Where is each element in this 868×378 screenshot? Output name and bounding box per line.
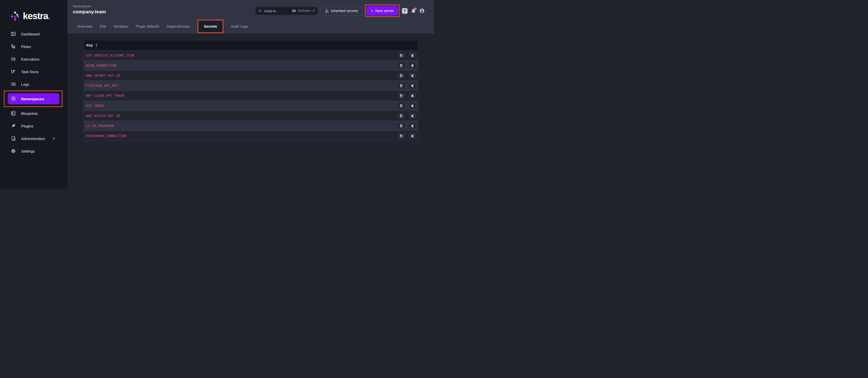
question-mark-icon: ? [404, 9, 406, 13]
sidebar-item-label: Plugins [21, 124, 33, 128]
trash-icon [411, 74, 414, 78]
secret-key: FIVETRAN_API_KEY [86, 84, 398, 87]
row-actions [398, 103, 416, 109]
table-row: DBT_CLOUD_API_TOKEN [84, 90, 418, 100]
kestra-app: kestra. Dashboard Flows Executions Task … [0, 0, 434, 189]
title-block: Namespaces company.team [73, 4, 106, 14]
executions-icon [10, 56, 16, 62]
row-actions [398, 113, 416, 119]
delete-secret-button[interactable] [409, 53, 416, 58]
kestra-logo-icon [10, 11, 20, 21]
table-header-row: Key [84, 40, 418, 50]
delete-secret-button[interactable] [409, 133, 416, 139]
sidebar-item-administration[interactable]: Administration [0, 132, 67, 145]
table-row: GCP_SERVICE_ACCOUNT_JSON [84, 50, 418, 60]
annotation-box-secrets-tab: Secrets [197, 20, 223, 33]
edit-secret-button[interactable] [398, 53, 405, 58]
table-row: AWS_ACCESS_KEY_ID [84, 111, 418, 121]
edit-secret-button[interactable] [398, 113, 405, 119]
sidebar-item-dashboard[interactable]: Dashboard [0, 28, 67, 40]
delete-secret-button[interactable] [409, 72, 416, 79]
new-secret-button[interactable]: + New secret [366, 6, 398, 16]
delete-secret-button[interactable] [409, 113, 416, 119]
file-edit-icon [400, 64, 403, 67]
trash-icon [411, 54, 414, 57]
main-area: Namespaces company.team Jump to... Ctrl/… [67, 0, 434, 189]
sidebar-item-label: Administration [21, 137, 45, 141]
flows-icon [10, 44, 16, 49]
settings-gear-icon [10, 148, 16, 154]
file-edit-icon [400, 94, 403, 97]
plugins-icon [10, 123, 16, 129]
plus-icon: + [371, 9, 373, 13]
table-row: EVENTHUBS_CONNECTION [84, 131, 418, 141]
tab-overview[interactable]: Overview [78, 24, 92, 28]
delete-secret-button[interactable] [409, 123, 416, 129]
edit-secret-button[interactable] [398, 72, 405, 79]
delete-secret-button[interactable] [409, 83, 416, 88]
inherited-secrets-button[interactable]: Inherited secrets [320, 6, 362, 15]
edit-secret-button[interactable] [398, 103, 405, 109]
sidebar-item-label: Logs [21, 82, 29, 86]
edit-secret-button[interactable] [398, 93, 405, 98]
sidebar-item-task-runs[interactable]: Task Runs [0, 65, 67, 78]
trash-icon [411, 134, 414, 138]
sidebar-item-flows[interactable]: Flows [0, 40, 67, 53]
row-actions [398, 72, 416, 79]
sidebar-item-plugins[interactable]: Plugins [0, 120, 67, 132]
search-icon [258, 9, 262, 12]
kestra-logo[interactable]: kestra. [0, 0, 67, 21]
key-column-header: Key [86, 43, 93, 47]
sidebar-item-label: Settings [21, 149, 35, 153]
sidebar-item-label: Task Runs [21, 69, 39, 74]
tab-dependencies[interactable]: Dependencies [167, 24, 190, 28]
keyboard-icon [292, 9, 296, 13]
breadcrumb: Namespaces [73, 4, 106, 8]
sidebar-item-logs[interactable]: Logs [0, 78, 67, 90]
kestra-logo-text: kestra. [23, 11, 50, 21]
edit-secret-button[interactable] [398, 123, 405, 129]
notification-badge [414, 7, 417, 10]
table-row: GCP_CREDS [84, 100, 418, 111]
namespace-tabs: Overview Edit Variables Plugin defaults … [67, 19, 434, 33]
sidebar-item-label: Executions [21, 57, 39, 61]
sort-icon[interactable] [95, 43, 98, 47]
secret-key: CI_CD_PASSWORD [86, 124, 398, 128]
sidebar-item-executions[interactable]: Executions [0, 53, 67, 65]
blueprints-icon [10, 111, 16, 116]
secret-key: AWS_SECRET_KEY_ID [86, 74, 398, 78]
edit-secret-button[interactable] [398, 83, 405, 88]
file-edit-icon [400, 74, 403, 78]
tab-plugin-defaults[interactable]: Plugin defaults [135, 24, 159, 28]
sidebar-item-namespaces[interactable]: Namespaces [8, 93, 59, 104]
chevron-right-icon [52, 136, 56, 141]
tab-variables[interactable]: Variables [113, 24, 128, 28]
sidebar-item-settings[interactable]: Settings [0, 145, 67, 157]
annotation-box-namespaces: Namespaces [4, 90, 63, 107]
tab-audit-logs[interactable]: Audit Logs [231, 24, 248, 28]
account-button[interactable] [419, 8, 425, 13]
sidebar: kestra. Dashboard Flows Executions Task … [0, 0, 67, 189]
page-title: company.team [73, 9, 106, 14]
delete-secret-button[interactable] [409, 63, 416, 68]
search-placeholder: Jump to... [264, 9, 278, 13]
secrets-table: Key GCP_SERVICE_ACCOUNT_JSON BLOB_CONNEC… [84, 40, 418, 141]
trash-icon [411, 104, 414, 108]
account-circle-icon [419, 8, 425, 13]
help-button[interactable]: ? [402, 8, 408, 14]
notifications-button[interactable] [411, 8, 416, 13]
delete-secret-button[interactable] [409, 93, 416, 98]
trash-icon [411, 64, 414, 67]
delete-secret-button[interactable] [409, 103, 416, 109]
logs-icon [10, 81, 16, 87]
edit-secret-button[interactable] [398, 133, 405, 139]
row-actions [398, 93, 416, 98]
tab-edit[interactable]: Edit [100, 24, 106, 28]
edit-secret-button[interactable] [398, 63, 405, 68]
jump-to-search-input[interactable]: Jump to... Ctrl/Cmd + K [255, 7, 318, 15]
annotation-box-new-secret: + New secret [365, 4, 400, 17]
tab-secrets[interactable]: Secrets [199, 21, 222, 32]
trash-icon [411, 114, 414, 118]
sidebar-item-blueprints[interactable]: Blueprints [0, 107, 67, 120]
secret-key: GCP_SERVICE_ACCOUNT_JSON [86, 54, 398, 57]
